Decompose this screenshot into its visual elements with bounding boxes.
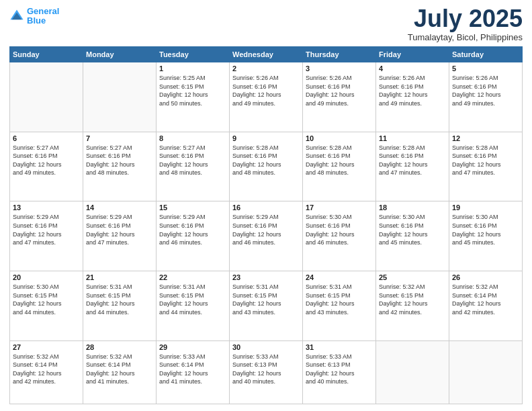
day-info: Sunrise: 5:31 AM Sunset: 6:15 PM Dayligh… [159, 283, 226, 316]
day-info: Sunrise: 5:30 AM Sunset: 6:15 PM Dayligh… [13, 283, 80, 316]
table-row: 31Sunrise: 5:33 AM Sunset: 6:13 PM Dayli… [303, 340, 376, 404]
table-row [10, 62, 83, 132]
day-info: Sunrise: 5:28 AM Sunset: 6:16 PM Dayligh… [232, 144, 300, 177]
day-number: 30 [232, 343, 300, 351]
day-number: 4 [379, 64, 446, 73]
day-number: 11 [379, 134, 446, 142]
table-row: 30Sunrise: 5:33 AM Sunset: 6:13 PM Dayli… [230, 340, 303, 404]
day-number: 17 [306, 203, 373, 212]
table-row: 26Sunrise: 5:32 AM Sunset: 6:14 PM Dayli… [449, 271, 523, 341]
table-row: 24Sunrise: 5:31 AM Sunset: 6:15 PM Dayli… [303, 271, 376, 341]
table-row: 11Sunrise: 5:28 AM Sunset: 6:16 PM Dayli… [376, 132, 449, 201]
col-sunday: Sunday [10, 47, 83, 62]
table-row [449, 340, 523, 404]
logo-line1: General [27, 6, 59, 16]
day-number: 29 [159, 343, 226, 351]
day-info: Sunrise: 5:29 AM Sunset: 6:16 PM Dayligh… [159, 213, 226, 246]
day-number: 27 [13, 343, 80, 351]
day-info: Sunrise: 5:32 AM Sunset: 6:15 PM Dayligh… [379, 283, 446, 316]
day-number: 22 [159, 273, 226, 281]
day-info: Sunrise: 5:28 AM Sunset: 6:16 PM Dayligh… [379, 144, 446, 177]
col-friday: Friday [376, 47, 449, 62]
day-number: 9 [232, 134, 300, 142]
day-number: 28 [86, 343, 153, 351]
table-row: 2Sunrise: 5:26 AM Sunset: 6:16 PM Daylig… [230, 62, 303, 132]
table-row: 20Sunrise: 5:30 AM Sunset: 6:15 PM Dayli… [10, 271, 83, 341]
day-info: Sunrise: 5:25 AM Sunset: 6:15 PM Dayligh… [159, 74, 226, 107]
day-number: 13 [13, 203, 80, 212]
location-subtitle: Tumalaytay, Bicol, Philippines [408, 32, 523, 42]
day-number: 24 [306, 273, 373, 281]
table-row: 25Sunrise: 5:32 AM Sunset: 6:15 PM Dayli… [376, 271, 449, 341]
table-row: 29Sunrise: 5:33 AM Sunset: 6:14 PM Dayli… [157, 340, 230, 404]
table-row [376, 340, 449, 404]
day-info: Sunrise: 5:29 AM Sunset: 6:16 PM Dayligh… [232, 213, 300, 246]
page: General Blue July 2025 Tumalaytay, Bicol… [0, 0, 532, 411]
day-info: Sunrise: 5:28 AM Sunset: 6:16 PM Dayligh… [306, 144, 373, 177]
day-number: 14 [86, 203, 153, 212]
day-number: 2 [232, 64, 300, 73]
day-info: Sunrise: 5:30 AM Sunset: 6:16 PM Dayligh… [452, 213, 519, 246]
day-info: Sunrise: 5:26 AM Sunset: 6:16 PM Dayligh… [232, 74, 300, 107]
day-number: 16 [232, 203, 300, 212]
table-row: 22Sunrise: 5:31 AM Sunset: 6:15 PM Dayli… [157, 271, 230, 341]
day-number: 20 [13, 273, 80, 281]
col-tuesday: Tuesday [157, 47, 230, 62]
calendar-header-row: Sunday Monday Tuesday Wednesday Thursday… [10, 47, 523, 62]
table-row: 4Sunrise: 5:26 AM Sunset: 6:16 PM Daylig… [376, 62, 449, 132]
table-row: 13Sunrise: 5:29 AM Sunset: 6:16 PM Dayli… [10, 201, 83, 271]
table-row: 28Sunrise: 5:32 AM Sunset: 6:14 PM Dayli… [83, 340, 157, 404]
day-info: Sunrise: 5:31 AM Sunset: 6:15 PM Dayligh… [306, 283, 373, 316]
day-number: 7 [86, 134, 153, 142]
day-info: Sunrise: 5:32 AM Sunset: 6:14 PM Dayligh… [13, 353, 80, 386]
day-number: 3 [306, 64, 373, 73]
col-saturday: Saturday [449, 47, 523, 62]
title-area: July 2025 Tumalaytay, Bicol, Philippines [408, 7, 523, 42]
table-row: 7Sunrise: 5:27 AM Sunset: 6:16 PM Daylig… [83, 132, 157, 201]
table-row: 16Sunrise: 5:29 AM Sunset: 6:16 PM Dayli… [230, 201, 303, 271]
day-number: 12 [452, 134, 519, 142]
table-row: 14Sunrise: 5:29 AM Sunset: 6:16 PM Dayli… [83, 201, 157, 271]
day-info: Sunrise: 5:33 AM Sunset: 6:13 PM Dayligh… [306, 353, 373, 386]
month-title: July 2025 [408, 7, 523, 31]
col-wednesday: Wednesday [230, 47, 303, 62]
table-row: 27Sunrise: 5:32 AM Sunset: 6:14 PM Dayli… [10, 340, 83, 404]
day-number: 23 [232, 273, 300, 281]
day-number: 15 [159, 203, 226, 212]
day-info: Sunrise: 5:26 AM Sunset: 6:16 PM Dayligh… [306, 74, 373, 107]
table-row: 23Sunrise: 5:31 AM Sunset: 6:15 PM Dayli… [230, 271, 303, 341]
day-info: Sunrise: 5:27 AM Sunset: 6:16 PM Dayligh… [13, 144, 80, 177]
table-row: 3Sunrise: 5:26 AM Sunset: 6:16 PM Daylig… [303, 62, 376, 132]
day-number: 25 [379, 273, 446, 281]
day-number: 5 [452, 64, 519, 73]
table-row: 19Sunrise: 5:30 AM Sunset: 6:16 PM Dayli… [449, 201, 523, 271]
logo-line2: Blue [27, 15, 46, 26]
day-info: Sunrise: 5:28 AM Sunset: 6:16 PM Dayligh… [452, 144, 519, 177]
day-info: Sunrise: 5:31 AM Sunset: 6:15 PM Dayligh… [86, 283, 153, 316]
day-number: 6 [13, 134, 80, 142]
header: General Blue July 2025 Tumalaytay, Bicol… [9, 7, 523, 42]
day-info: Sunrise: 5:29 AM Sunset: 6:16 PM Dayligh… [86, 213, 153, 246]
col-monday: Monday [83, 47, 157, 62]
table-row: 9Sunrise: 5:28 AM Sunset: 6:16 PM Daylig… [230, 132, 303, 201]
day-info: Sunrise: 5:30 AM Sunset: 6:16 PM Dayligh… [306, 213, 373, 246]
table-row: 17Sunrise: 5:30 AM Sunset: 6:16 PM Dayli… [303, 201, 376, 271]
table-row: 18Sunrise: 5:30 AM Sunset: 6:16 PM Dayli… [376, 201, 449, 271]
day-number: 26 [452, 273, 519, 281]
day-number: 31 [306, 343, 373, 351]
col-thursday: Thursday [303, 47, 376, 62]
day-info: Sunrise: 5:31 AM Sunset: 6:15 PM Dayligh… [232, 283, 300, 316]
day-info: Sunrise: 5:27 AM Sunset: 6:16 PM Dayligh… [86, 144, 153, 177]
logo-icon [9, 9, 24, 24]
calendar-table: Sunday Monday Tuesday Wednesday Thursday… [9, 46, 523, 404]
day-number: 19 [452, 203, 519, 212]
table-row: 12Sunrise: 5:28 AM Sunset: 6:16 PM Dayli… [449, 132, 523, 201]
day-info: Sunrise: 5:29 AM Sunset: 6:16 PM Dayligh… [13, 213, 80, 246]
day-number: 10 [306, 134, 373, 142]
day-info: Sunrise: 5:33 AM Sunset: 6:13 PM Dayligh… [232, 353, 300, 386]
day-info: Sunrise: 5:32 AM Sunset: 6:14 PM Dayligh… [86, 353, 153, 386]
day-number: 21 [86, 273, 153, 281]
logo: General Blue [9, 7, 59, 26]
table-row: 6Sunrise: 5:27 AM Sunset: 6:16 PM Daylig… [10, 132, 83, 201]
day-info: Sunrise: 5:32 AM Sunset: 6:14 PM Dayligh… [452, 283, 519, 316]
